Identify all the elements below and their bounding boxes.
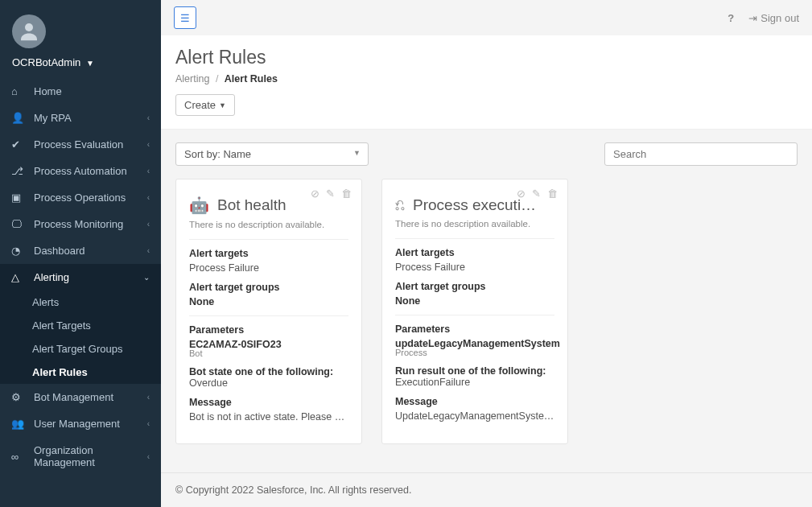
sidebar: OCRBotAdmin ▼ ⌂Home 👤My RPA‹ ✔Process Ev… bbox=[0, 0, 161, 507]
breadcrumb-sep: / bbox=[216, 73, 218, 84]
monitor-icon: 🖵 bbox=[11, 218, 26, 230]
groups-value: None bbox=[189, 296, 348, 307]
message-value: UpdateLegacyManagementSystem process has… bbox=[395, 410, 554, 422]
search-wrap bbox=[604, 142, 798, 166]
caret-down-icon: ▼ bbox=[86, 59, 94, 68]
sign-out-label: Sign out bbox=[760, 12, 799, 24]
help-icon: ? bbox=[728, 12, 734, 24]
chevron-left-icon: ‹ bbox=[147, 193, 150, 202]
help-button[interactable]: ? bbox=[728, 12, 734, 24]
user-name: OCRBotAdmin bbox=[12, 56, 80, 68]
disable-icon[interactable]: ⊘ bbox=[311, 188, 319, 200]
sidebar-item-bot-management[interactable]: ⚙Bot Management‹ bbox=[0, 384, 161, 410]
targets-label: Alert targets bbox=[395, 247, 554, 258]
sidebar-item-process-automation[interactable]: ⎇Process Automation‹ bbox=[0, 158, 161, 184]
sidebar-item-home[interactable]: ⌂Home bbox=[0, 78, 161, 105]
topbar: ☰ ? ⇥Sign out bbox=[161, 0, 812, 35]
breadcrumb-root[interactable]: Alerting bbox=[175, 73, 209, 84]
user-menu[interactable]: OCRBotAdmin ▼ bbox=[12, 56, 149, 68]
pie-icon: ◔ bbox=[11, 245, 26, 257]
sidebar-item-process-monitoring[interactable]: 🖵Process Monitoring‹ bbox=[0, 211, 161, 237]
person-icon: 👤 bbox=[11, 112, 26, 124]
edit-icon[interactable]: ✎ bbox=[326, 188, 335, 200]
sidebar-item-alert-target-groups[interactable]: Alert Target Groups bbox=[0, 337, 161, 361]
sidebar-item-alert-rules[interactable]: Alert Rules bbox=[0, 361, 161, 384]
sidebar-item-process-evaluation[interactable]: ✔Process Evaluation‹ bbox=[0, 131, 161, 158]
avatar[interactable] bbox=[12, 14, 46, 48]
home-icon: ⌂ bbox=[11, 85, 26, 97]
create-button[interactable]: Create ▼ bbox=[175, 94, 235, 116]
groups-label: Alert target groups bbox=[395, 281, 554, 292]
process-icon: ⎌ bbox=[395, 196, 405, 214]
content: Sort by: Name ▼ ⊘ ✎ 🗑 🤖 bbox=[161, 130, 812, 472]
alerting-submenu: Alerts Alert Targets Alert Target Groups… bbox=[0, 291, 161, 384]
card-actions: ⊘ ✎ 🗑 bbox=[311, 188, 352, 200]
sidebar-item-user-management[interactable]: 👥User Management‹ bbox=[0, 410, 161, 437]
sign-out-button[interactable]: ⇥Sign out bbox=[748, 12, 799, 24]
cond-label: Bot state one of the following: bbox=[189, 366, 348, 377]
sidebar-item-dashboard[interactable]: ◔Dashboard‹ bbox=[0, 237, 161, 264]
create-label: Create bbox=[184, 99, 216, 111]
user-block: OCRBotAdmin ▼ bbox=[0, 0, 161, 78]
breadcrumb-current: Alert Rules bbox=[225, 73, 278, 84]
sidebar-item-alerting[interactable]: △Alerting⌄ bbox=[0, 264, 161, 291]
targets-label: Alert targets bbox=[189, 248, 348, 259]
chevron-left-icon: ‹ bbox=[147, 452, 150, 461]
sidebar-item-process-operations[interactable]: ▣Process Operations‹ bbox=[0, 184, 161, 211]
branch-icon: ⎇ bbox=[11, 165, 26, 177]
bot-icon: 🤖 bbox=[189, 196, 209, 215]
check-icon: ✔ bbox=[11, 138, 26, 150]
link-icon: ∞ bbox=[11, 451, 26, 463]
cond-value: ExecutionFailure bbox=[395, 377, 554, 388]
caret-down-icon: ▼ bbox=[219, 101, 226, 109]
chevron-left-icon: ‹ bbox=[147, 113, 150, 122]
menu-toggle-button[interactable]: ☰ bbox=[174, 6, 196, 29]
chevron-left-icon: ‹ bbox=[147, 393, 150, 402]
list-toolbar: Sort by: Name ▼ bbox=[175, 142, 798, 166]
sidebar-item-alerts[interactable]: Alerts bbox=[0, 291, 161, 314]
page-title: Alert Rules bbox=[175, 47, 798, 68]
main: ☰ ? ⇥Sign out Alert Rules Alerting / Ale… bbox=[161, 0, 812, 507]
breadcrumb: Alerting / Alert Rules bbox=[175, 73, 798, 84]
sort-select[interactable]: Sort by: Name bbox=[175, 142, 369, 166]
params-label: Parameters bbox=[189, 324, 348, 336]
gear-icon: ⚙ bbox=[11, 391, 26, 403]
targets-value: Process Failure bbox=[189, 262, 348, 274]
page-header: Alert Rules Alerting / Alert Rules Creat… bbox=[161, 35, 812, 130]
sidebar-item-my-rpa[interactable]: 👤My RPA‹ bbox=[0, 105, 161, 131]
card-title: Bot health bbox=[217, 196, 286, 214]
sort-select-wrap: Sort by: Name ▼ bbox=[175, 142, 369, 166]
chevron-left-icon: ‹ bbox=[147, 140, 150, 149]
terminal-icon: ▣ bbox=[11, 192, 26, 204]
alert-rule-card[interactable]: ⊘ ✎ 🗑 ⎌ Process executi… There is no des… bbox=[381, 179, 568, 444]
groups-label: Alert target groups bbox=[189, 282, 348, 293]
users-icon: 👥 bbox=[11, 418, 26, 430]
disable-icon[interactable]: ⊘ bbox=[517, 188, 526, 200]
card-list: ⊘ ✎ 🗑 🤖 Bot health There is no descripti… bbox=[175, 179, 798, 444]
alert-icon: △ bbox=[11, 271, 26, 283]
message-label: Message bbox=[189, 397, 348, 408]
chevron-left-icon: ‹ bbox=[147, 246, 150, 255]
chevron-left-icon: ‹ bbox=[147, 167, 150, 175]
card-description: There is no description available. bbox=[189, 220, 348, 229]
svg-point-0 bbox=[25, 23, 33, 31]
card-description: There is no description available. bbox=[395, 219, 554, 229]
cond-value: Overdue bbox=[189, 377, 348, 389]
groups-value: None bbox=[395, 295, 554, 307]
edit-icon[interactable]: ✎ bbox=[532, 188, 541, 200]
menu-icon: ☰ bbox=[180, 12, 190, 24]
card-actions: ⊘ ✎ 🗑 bbox=[517, 188, 558, 200]
delete-icon[interactable]: 🗑 bbox=[547, 188, 558, 200]
sidebar-item-alert-targets[interactable]: Alert Targets bbox=[0, 314, 161, 337]
footer: © Copyright 2022 Salesforce, Inc. All ri… bbox=[161, 472, 812, 507]
user-icon bbox=[17, 19, 41, 43]
message-value: Bot is not in active state. Please check… bbox=[189, 411, 348, 422]
message-label: Message bbox=[395, 396, 554, 407]
chevron-down-icon: ⌄ bbox=[143, 273, 150, 282]
params-label: Parameters bbox=[395, 324, 554, 335]
targets-value: Process Failure bbox=[395, 262, 554, 273]
delete-icon[interactable]: 🗑 bbox=[341, 188, 352, 200]
search-input[interactable] bbox=[604, 142, 798, 166]
sidebar-item-org-management[interactable]: ∞Organization Management‹ bbox=[0, 437, 161, 476]
alert-rule-card[interactable]: ⊘ ✎ 🗑 🤖 Bot health There is no descripti… bbox=[175, 179, 362, 444]
